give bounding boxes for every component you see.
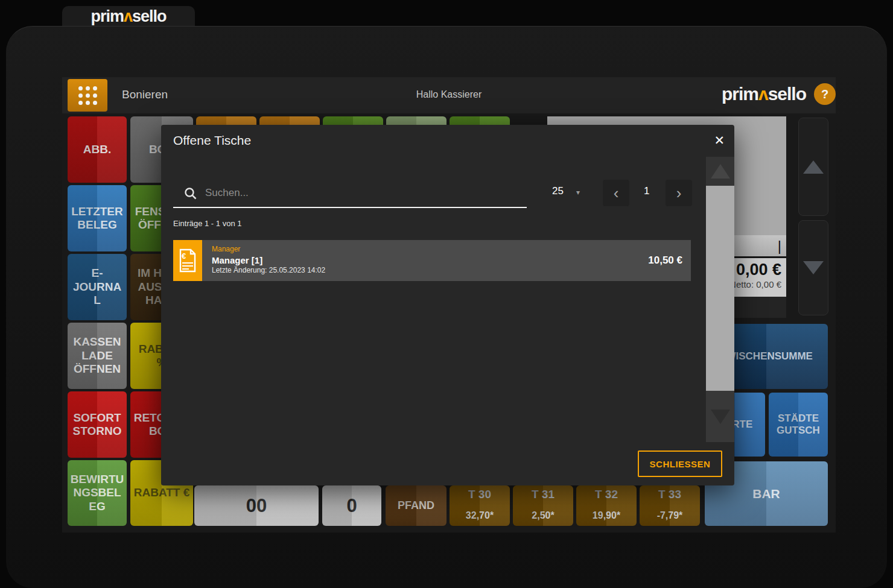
svg-text:€: € — [182, 251, 186, 261]
modal-title: Offene Tische — [173, 133, 251, 148]
search-underline — [173, 207, 527, 208]
staedte-gutsch-button[interactable]: STÄDTE GUTSCH — [769, 393, 828, 457]
primasello-logo: primʌsello — [91, 7, 166, 26]
next-page-button[interactable]: › — [666, 180, 692, 206]
numpad-zero-button[interactable]: 0 — [322, 485, 381, 526]
sidebar-button-e-journal[interactable]: E-JOURNAL — [68, 254, 127, 320]
cashier-greeting: Hallo Kassierer — [62, 89, 836, 100]
receipt-euro-icon: € — [173, 240, 202, 281]
modal-scrollbar-track[interactable] — [706, 186, 734, 391]
sidebar-button-kassenlade-oeffnen[interactable]: KASSENLADE ÖFFNEN — [68, 323, 127, 389]
numpad-double-zero-button[interactable]: 00 — [194, 485, 319, 526]
entries-info: Einträge 1 - 1 von 1 — [173, 219, 241, 228]
arrow-up-icon — [803, 160, 824, 174]
page-size-value[interactable]: 25 — [552, 185, 564, 197]
receipt-scroll-down-button[interactable] — [798, 220, 828, 315]
primasello-logo: primʌsello — [722, 84, 806, 104]
table-amount: 32,70* — [466, 510, 494, 521]
chevron-right-icon: › — [676, 184, 682, 203]
text-cursor: | — [778, 238, 781, 254]
arrow-down-icon — [803, 261, 824, 274]
pfand-button[interactable]: PFAND — [386, 485, 446, 526]
item-amount: 10,50 € — [648, 254, 682, 267]
table-name: T 32 — [595, 488, 618, 501]
sidebar-button-letzter-beleg[interactable]: LETZTER BELEG — [68, 185, 127, 251]
search-icon — [184, 187, 197, 203]
app-tab[interactable]: primʌsello — [62, 6, 195, 27]
close-icon[interactable]: ✕ — [714, 133, 725, 148]
table-amount: -7,79* — [657, 510, 683, 521]
arrow-down-icon — [711, 409, 730, 424]
item-category: Manager — [212, 245, 648, 254]
table-button-t31[interactable]: T 31 2,50* — [513, 485, 573, 526]
table-name: T 30 — [468, 488, 491, 501]
schliessen-button[interactable]: SCHLIESSEN — [638, 450, 722, 477]
table-name: T 33 — [658, 488, 681, 501]
table-button-t30[interactable]: T 30 32,70* — [450, 485, 510, 526]
search-input[interactable] — [205, 184, 507, 202]
open-table-list-item[interactable]: € Manager Manager [1] Letzte Änderung: 2… — [173, 240, 691, 281]
current-page: 1 — [644, 185, 649, 197]
table-amount: 2,50* — [532, 510, 554, 521]
table-button-t32[interactable]: T 32 19,90* — [576, 485, 637, 526]
list-item-text: Manager Manager [1] Letzte Änderung: 25.… — [202, 240, 648, 281]
arrow-up-icon — [711, 164, 730, 179]
table-amount: 19,90* — [593, 510, 620, 521]
table-name: T 31 — [532, 488, 555, 501]
sidebar-button-sofort-storno[interactable]: SOFORT STORNO — [68, 391, 127, 458]
item-modified: Letzte Änderung: 25.05.2023 14:02 — [212, 266, 648, 276]
offene-tische-modal: Offene Tische ✕ 25 ▾ ‹ 1 › Einträge 1 - … — [161, 125, 734, 485]
sidebar-button-abb[interactable]: ABB. — [68, 116, 127, 183]
chevron-left-icon: ‹ — [614, 184, 619, 203]
sidebar-button-bewirtungsbeleg[interactable]: BEWIRTUNGSBELEG — [68, 460, 127, 526]
item-name: Manager [1] — [212, 254, 648, 267]
receipt-scroll-up-button[interactable] — [798, 118, 828, 216]
chevron-down-icon[interactable]: ▾ — [576, 188, 580, 197]
table-button-t33[interactable]: T 33 -7,79* — [640, 485, 700, 526]
prev-page-button[interactable]: ‹ — [603, 180, 629, 206]
modal-scroll-down-button[interactable] — [706, 391, 734, 442]
modal-scroll-up-button[interactable] — [706, 157, 734, 186]
help-button[interactable]: ? — [814, 83, 836, 105]
